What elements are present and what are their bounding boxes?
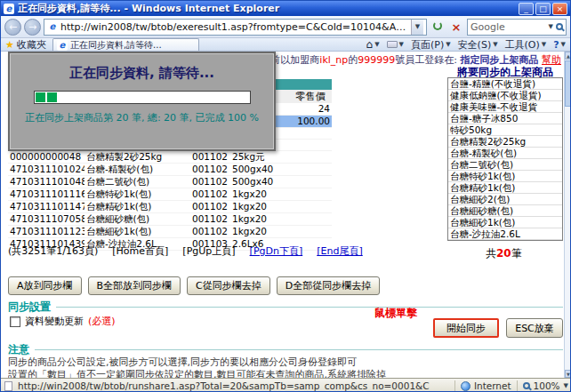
cell-spec: 1kgx20 [230, 213, 289, 226]
cell-name: 台糖-精製砂(包) [84, 164, 189, 176]
cell-price [289, 140, 332, 151]
print-button[interactable]: ▼ [387, 41, 404, 48]
scrollbar-thumb[interactable] [565, 60, 571, 107]
add-to-sync-button[interactable]: A放到同步欄 [8, 276, 82, 295]
cell-barcode: 000000000048 [8, 151, 84, 164]
cell-spec: 500gx40 [230, 164, 289, 176]
browser-tab[interactable]: e 正在同步資料,請等待... [52, 38, 199, 51]
sync-product-item[interactable]: 台糖特砂1k(包) [448, 171, 562, 182]
cell-price [289, 188, 332, 201]
favorites-label: 收藏夾 [17, 38, 46, 52]
cell-name: 台糖特砂1k(包) [84, 188, 189, 201]
sync-product-item[interactable]: 台鹽-糖子冰850 [448, 113, 562, 124]
address-field[interactable]: e http://win2008/tw/btob/exeresult1.asp?… [44, 19, 427, 36]
mouse-click-hint: 鼠標單擊 [374, 306, 417, 321]
menu-tools-label: 工具(O) [505, 38, 540, 52]
sync-product-item[interactable]: 台糖精製2砂25kg [448, 136, 562, 148]
progress-track [34, 91, 251, 104]
table-row[interactable]: 4710311101024 台糖-精製砂(包) 001102 500gx40 [8, 164, 332, 176]
zoom-dropdown-icon[interactable]: ▼ [564, 382, 568, 389]
cell-price: 24 [289, 103, 332, 116]
menu-safety[interactable]: 安全(S) ▼ [458, 38, 498, 52]
cell-price: 100.00 [289, 116, 332, 128]
scroll-down-icon[interactable]: ▼ [565, 370, 571, 378]
favorites-button[interactable]: ★ 收藏夾 [5, 38, 46, 52]
table-row[interactable]: 4710311101123 台糖細砂1k(包) 001102 1kgx20 [8, 226, 332, 238]
zone-label: Internet [474, 380, 511, 391]
add-all-to-sync-button[interactable]: B全部放到同步欄 [88, 276, 181, 295]
refresh-button[interactable] [430, 19, 446, 36]
menu-page[interactable]: 頁面(P) ▼ [411, 38, 451, 52]
data-update-option: 資料變動更新 (必選) [10, 315, 116, 328]
command-bar: ★ 收藏夾 e 正在同步資料,請等待... ⌂ ▼ ▼ 頁面(P) ▼ 安全(S… [1, 38, 570, 52]
document-icon [4, 381, 12, 391]
menu-tools[interactable]: 工具(O) ▼ [505, 38, 547, 52]
search-dropdown-icon[interactable]: ▼ [549, 23, 553, 30]
minimize-button[interactable]: _ [519, 3, 534, 15]
table-row[interactable]: 4710311107058 台糖細砂糖(包) 001102 1kgx20 [8, 213, 332, 226]
cell-category: 001102 [189, 176, 230, 188]
help-button[interactable]: ? ▼ [553, 39, 566, 51]
sync-product-item[interactable]: 台糖-沙拉油2.6L [448, 228, 562, 240]
forward-button[interactable]: → [24, 19, 41, 36]
sync-product-item[interactable]: 台糖二號砂(包) [448, 159, 562, 171]
sync-product-item[interactable]: 特砂50kg [448, 124, 562, 136]
table-row[interactable]: 4710311101116 台糖特砂1k(包) 001102 1kgx20 [8, 188, 332, 201]
ie-logo-icon: e [4, 4, 14, 14]
search-box[interactable]: Google ▼ [467, 19, 567, 36]
search-provider-label: Google [470, 21, 546, 33]
home-button[interactable]: ⌂ ▼ [366, 38, 380, 51]
sync-product-item[interactable]: 台糖-精製砂(包) [448, 148, 562, 159]
dialog-title: 正在同步資料, 請等待... [10, 65, 274, 82]
data-update-note: (必選) [88, 315, 116, 328]
table-row[interactable]: 4710311101048 台糖二號砂(包) 001102 500gx40 [8, 176, 332, 188]
table-row[interactable]: 4710311101147 台糖精砂1k(包) 001102 1kgx20 [8, 201, 332, 213]
sync-product-item[interactable]: 健康美味鹽-不收退貨 [448, 101, 562, 113]
sync-product-list[interactable]: 台鹽-精鹽(不收退貨) 健康低鈉鹽(不收退貨) 健康美味鹽-不收退貨 台鹽-糖子… [447, 77, 563, 241]
sync-product-item[interactable]: 台鹽-精鹽(不收退貨) [448, 78, 562, 90]
cell-price [289, 201, 332, 213]
menu-page-label: 頁面(P) [411, 38, 444, 52]
maximize-button[interactable]: □ [535, 3, 551, 15]
cell-category: 001102 [189, 213, 230, 226]
stop-button[interactable]: × [448, 19, 464, 36]
scroll-up-icon[interactable]: ▲ [565, 52, 571, 60]
address-url[interactable]: http://win2008/tw/btob/exeresult1.asp?fr… [60, 21, 408, 33]
esc-cancel-button[interactable]: ESC放棄 [506, 318, 563, 338]
sync-product-item[interactable]: 台糖精砂1k(包) [448, 182, 562, 194]
page-end-link[interactable]: [End尾頁] [317, 244, 363, 258]
search-icon[interactable] [556, 23, 563, 30]
cell-barcode: 4710311101123 [8, 226, 84, 238]
page-scrollbar[interactable]: ▲ ▼ [564, 52, 571, 378]
cell-price [289, 213, 332, 226]
status-url: http://win2008/tw/btob/runshare1.asp?Tot… [18, 380, 449, 391]
start-sync-button[interactable]: 開始同步 [433, 318, 499, 338]
remove-from-sync-button[interactable]: C從同步欄去掉 [187, 276, 270, 295]
print-dropdown-icon: ▼ [399, 41, 404, 48]
cell-price [289, 151, 332, 164]
back-button[interactable]: ← [4, 19, 21, 36]
column-header-price: 零售價 [289, 90, 332, 103]
cell-category: 001102 [189, 226, 230, 238]
remove-all-from-sync-button[interactable]: D全部從同步欄去掉 [277, 276, 380, 295]
section-divider-line [35, 349, 563, 350]
cell-category: 001102 [189, 164, 230, 176]
zoom-control[interactable]: 100% ▼ [517, 380, 568, 392]
cell-category: 001102 [189, 201, 230, 213]
table-row[interactable]: 000000000048 台糖精製2砂25kg 001102 25kg元 [8, 151, 332, 164]
cell-name: 台糖精製2砂25kg [84, 151, 189, 164]
zoom-icon [523, 382, 530, 389]
data-update-checkbox[interactable] [10, 316, 20, 327]
sync-product-item[interactable]: 台糖細砂糖(包) [448, 205, 562, 217]
sync-product-item[interactable]: 健康低鈉鹽(不收退貨) [448, 90, 562, 101]
page-down-link[interactable]: [PgDn下頁] [250, 244, 303, 258]
cell-barcode: 4710311101116 [8, 188, 84, 201]
internet-zone-icon [461, 381, 470, 391]
sync-product-item[interactable]: 台糖細砂2(包) [448, 194, 562, 205]
address-dropdown-icon[interactable]: ▼ [411, 20, 423, 35]
command-bar-right: ⌂ ▼ ▼ 頁面(P) ▼ 安全(S) ▼ 工具(O) ▼ ? ▼ [366, 38, 566, 52]
count-suffix: 筆 [511, 247, 522, 260]
sync-product-item[interactable]: 台糖細砂1k(包) [448, 217, 562, 228]
close-button[interactable]: × [552, 3, 567, 15]
status-bar: http://win2008/tw/btob/runshare1.asp?Tot… [1, 378, 571, 392]
